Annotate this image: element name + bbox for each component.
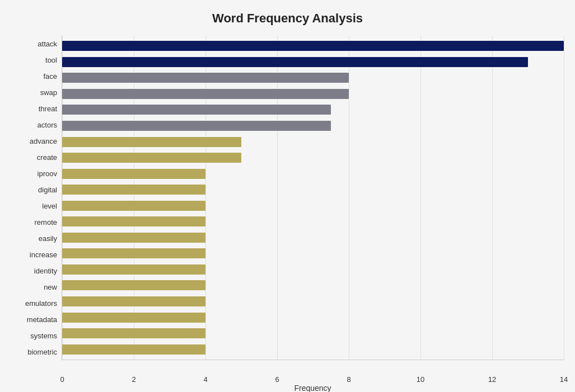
y-axis-label: tool xyxy=(11,53,57,68)
x-tick-label: 4 xyxy=(203,375,207,384)
bar xyxy=(62,328,205,338)
bar-row xyxy=(62,120,564,132)
bar xyxy=(62,153,241,163)
bar xyxy=(62,57,528,67)
bar-row xyxy=(62,215,564,228)
y-axis-label: metadata xyxy=(11,313,57,327)
bar xyxy=(62,73,349,83)
bar-row xyxy=(62,136,564,148)
y-axis-label: systems xyxy=(11,329,57,343)
x-tick-label: 2 xyxy=(132,375,135,384)
y-axis-label: attack xyxy=(11,37,57,51)
y-axis-label: advance xyxy=(11,134,57,149)
y-axis-label: face xyxy=(11,69,57,84)
x-tick-label: 10 xyxy=(417,375,424,384)
bar-row xyxy=(62,72,564,84)
bar xyxy=(62,216,205,226)
y-axis-label: new xyxy=(11,280,57,295)
bar-row xyxy=(62,40,564,52)
bar-row xyxy=(62,168,564,180)
y-axis-label: actors xyxy=(11,118,57,133)
y-axis-label: create xyxy=(11,150,57,165)
bar-row xyxy=(62,311,564,324)
bars-wrapper xyxy=(62,36,564,360)
chart-area: attacktoolfaceswapthreatactorsadvancecre… xyxy=(11,36,564,360)
x-tick-label: 12 xyxy=(488,375,496,384)
y-axis-label: digital xyxy=(11,183,57,197)
bar xyxy=(62,313,205,323)
bar-row xyxy=(62,103,564,116)
y-axis-label: iproov xyxy=(11,167,57,181)
y-axis-label: biometric xyxy=(11,345,57,360)
bar xyxy=(62,105,331,115)
bar xyxy=(62,280,205,290)
x-tick-label: 6 xyxy=(275,375,279,384)
x-tick-label: 14 xyxy=(560,375,568,384)
bar-row xyxy=(62,183,564,196)
bar xyxy=(62,169,205,179)
bar xyxy=(62,137,241,147)
bars-and-grid: 02468101214 xyxy=(62,36,564,360)
x-axis-title: Frequency xyxy=(62,384,564,392)
y-axis-label: increase xyxy=(11,248,57,262)
y-axis-label: remote xyxy=(11,215,57,230)
chart-container: Word Frequency Analysis attacktoolfacesw… xyxy=(0,0,575,392)
chart-title: Word Frequency Analysis xyxy=(11,11,564,26)
bar-row xyxy=(62,263,564,276)
bar-row xyxy=(62,295,564,308)
bar-row xyxy=(62,232,564,244)
bar-row xyxy=(62,343,564,356)
x-tick-label: 0 xyxy=(60,375,64,384)
bar-row xyxy=(62,327,564,339)
bar xyxy=(62,121,331,131)
y-axis-label: emulators xyxy=(11,296,57,311)
y-axis-label: easily xyxy=(11,232,57,246)
bar xyxy=(62,201,205,211)
bar xyxy=(62,41,564,51)
bar xyxy=(62,185,205,195)
y-axis: attacktoolfaceswapthreatactorsadvancecre… xyxy=(11,36,62,360)
bar-row xyxy=(62,56,564,68)
y-axis-label: threat xyxy=(11,102,57,116)
grid-line xyxy=(564,36,564,360)
bar xyxy=(62,248,205,258)
y-axis-label: swap xyxy=(11,86,57,100)
bar xyxy=(62,344,205,355)
x-tick-label: 8 xyxy=(347,375,350,384)
bar xyxy=(62,265,205,275)
bar-row xyxy=(62,88,564,100)
bar-row xyxy=(62,200,564,212)
bar-row xyxy=(62,279,564,291)
bar-row xyxy=(62,152,564,164)
bar xyxy=(62,296,205,306)
y-axis-label: level xyxy=(11,199,57,214)
y-axis-label: identity xyxy=(11,264,57,278)
bar xyxy=(62,233,205,243)
bar-row xyxy=(62,247,564,259)
bar xyxy=(62,89,349,99)
